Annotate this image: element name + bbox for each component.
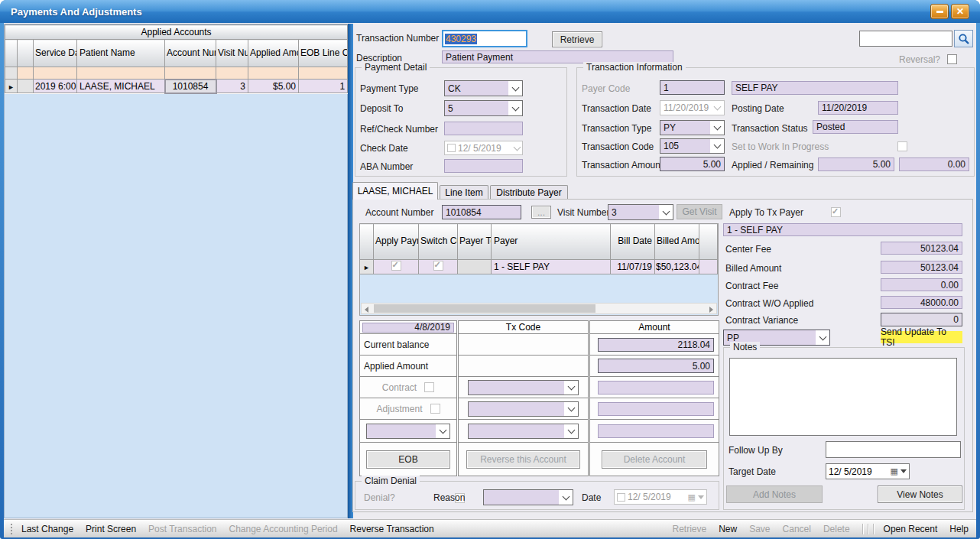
statusbar-save[interactable]: Save	[749, 524, 770, 534]
transaction-amount-field[interactable]: 5.00	[660, 157, 725, 171]
statusbar-print-screen[interactable]: Print Screen	[86, 524, 136, 534]
transaction-type-select[interactable]: PY	[660, 120, 725, 135]
adjustment-txcode-select[interactable]	[468, 401, 579, 417]
browse-accounts-button[interactable]: ...	[531, 206, 551, 219]
statusbar-help[interactable]: Help	[949, 524, 969, 534]
switch-current-payer-checkbox[interactable]	[433, 261, 443, 271]
applied-account-row[interactable]: ► 2019 6:00:00 LAASE, MICHAEL 1010854 3 …	[5, 80, 348, 93]
amount-header: Amount	[589, 321, 719, 334]
statusbar-post-transaction[interactable]: Post Transaction	[148, 524, 216, 534]
contract-variance-label: Contract Variance	[725, 315, 798, 326]
contract-txcode-select[interactable]	[468, 380, 579, 395]
add-notes-button[interactable]: Add Notes	[726, 485, 823, 503]
extra-type-select[interactable]	[366, 424, 450, 439]
statusbar-new[interactable]: New	[719, 524, 737, 534]
transaction-code-label: Transaction Code	[582, 141, 654, 152]
close-button[interactable]: ✕	[951, 4, 969, 19]
deposit-to-select[interactable]: 5	[444, 100, 523, 116]
eob-button[interactable]: EOB	[366, 450, 450, 469]
statusbar-open-recent[interactable]: Open Recent	[884, 524, 938, 534]
notes-textarea[interactable]	[729, 358, 957, 436]
reversal-checkbox[interactable]	[947, 54, 957, 64]
extra-txcode-select[interactable]	[468, 424, 579, 439]
reverse-account-button[interactable]: Reverse this Account	[466, 450, 580, 469]
send-update-tsi-button[interactable]: Send Update To TSI	[881, 331, 962, 343]
aba-number-label: ABA Number	[360, 161, 413, 172]
adjustment-amount-input[interactable]	[598, 402, 714, 416]
cell-eob-line-order: 1	[299, 80, 348, 93]
denial-label: Denial?	[364, 492, 395, 503]
delete-account-button[interactable]: Delete Account	[602, 450, 707, 469]
column-header-payer[interactable]: Payer	[492, 224, 611, 260]
posting-date-field: 11/20/2019	[818, 101, 898, 115]
column-header-switch-current-payer[interactable]: Switch Current Payer	[419, 224, 458, 260]
filter-row[interactable]	[5, 67, 348, 80]
cell-account-number: 1010854	[165, 80, 216, 93]
tab-line-item[interactable]: Line Item	[440, 185, 488, 200]
search-input[interactable]	[859, 31, 952, 47]
scrollbar-thumb[interactable]	[374, 304, 595, 313]
target-date-label: Target Date	[729, 466, 776, 477]
cell-patient-name: LAASE, MICHAEL	[77, 80, 165, 93]
column-header-eob-line-order[interactable]: EOB Line Order	[299, 40, 348, 67]
apply-payment-to-checkbox[interactable]	[391, 261, 401, 271]
scroll-right-icon[interactable]	[709, 307, 713, 313]
aba-number-input[interactable]	[444, 159, 523, 173]
payer-grid-hscrollbar[interactable]	[361, 303, 717, 314]
retrieve-button[interactable]: Retrieve	[552, 31, 602, 47]
check-date-checkbox[interactable]	[447, 144, 456, 152]
account-number-input[interactable]: 1010854	[442, 205, 521, 219]
adjustment-checkbox[interactable]	[430, 404, 440, 414]
contract-checkbox[interactable]	[424, 382, 434, 392]
apply-to-tx-payer-label: Apply To Tx Payer	[729, 207, 803, 218]
transaction-type-label: Transaction Type	[582, 123, 651, 134]
amount-grid-date-header: 4/8/2019	[362, 323, 454, 333]
statusbar-delete[interactable]: Delete	[823, 524, 850, 534]
payer-row[interactable]: ► 1 - SELF PAY 11/07/19 $50,123.04	[360, 260, 718, 274]
payer-code-field[interactable]: 1	[660, 80, 725, 95]
payer-to-bill-cell[interactable]	[458, 260, 492, 274]
denial-reason-select[interactable]	[483, 489, 573, 505]
view-notes-button[interactable]: View Notes	[878, 485, 962, 503]
statusbar-reverse-transaction[interactable]: Reverse Transaction	[350, 524, 434, 534]
statusbar-retrieve[interactable]: Retrieve	[672, 524, 706, 534]
visit-number-select[interactable]: 3	[608, 204, 673, 220]
follow-up-by-input[interactable]	[826, 441, 961, 458]
ref-check-number-input[interactable]	[444, 122, 523, 135]
get-visit-button[interactable]: Get Visit	[677, 204, 722, 219]
scroll-left-icon[interactable]	[365, 307, 368, 313]
minimize-button[interactable]	[930, 4, 949, 19]
statusbar-change-accounting-period[interactable]: Change Accounting Period	[229, 524, 337, 534]
transaction-number-input[interactable]: 430293	[442, 30, 527, 47]
column-header-applied-amount[interactable]: Applied Amount	[248, 40, 299, 67]
search-button[interactable]	[954, 30, 973, 47]
column-header-billed-amount[interactable]: Billed Amount	[655, 224, 699, 260]
transaction-code-select[interactable]: 105	[660, 138, 725, 154]
notes-title: Notes	[730, 342, 760, 352]
applied-amount-field[interactable]: 5.00	[598, 359, 714, 373]
column-header-account-number[interactable]: Account Number	[165, 40, 216, 67]
contract-amount-input[interactable]	[598, 381, 714, 395]
cell-billed-amount: $50,123.04	[655, 260, 699, 274]
column-header-apply-payment-to[interactable]: Apply Payment To	[374, 224, 419, 260]
statusbar-last-change[interactable]: Last Change	[21, 524, 73, 534]
statusbar-cancel[interactable]: Cancel	[783, 524, 811, 534]
column-header-patient-name[interactable]: Patient Name	[77, 40, 165, 67]
contract-fee-label: Contract Fee	[725, 281, 778, 291]
column-header-payer-to-bill[interactable]: Payer To Bill	[458, 224, 492, 260]
target-date-picker[interactable]: 12/ 5/2019 ▦	[826, 463, 910, 479]
tab-patient[interactable]: LAASE, MICHAEL	[352, 182, 438, 200]
column-header-bill-date[interactable]: Bill Date	[611, 224, 655, 260]
payment-type-select[interactable]: CK	[444, 80, 523, 96]
gripper-icon	[10, 523, 14, 535]
chevron-down-icon	[562, 492, 570, 500]
column-header-service-date[interactable]: Service Date	[34, 40, 77, 67]
check-date-picker[interactable]: 12/ 5/2019	[444, 141, 523, 155]
statusbar-separator	[868, 524, 869, 534]
billed-amount-label: Billed Amount	[725, 263, 781, 274]
tab-distribute-payer[interactable]: Distribute Payer	[490, 185, 568, 200]
billed-amount-field: 50123.04	[881, 261, 962, 274]
column-header-visit-number[interactable]: Visit Number	[216, 40, 248, 67]
extra-amount-input[interactable]	[598, 424, 714, 438]
window-content: Applied Accounts Service Date Patient Na…	[4, 23, 976, 519]
